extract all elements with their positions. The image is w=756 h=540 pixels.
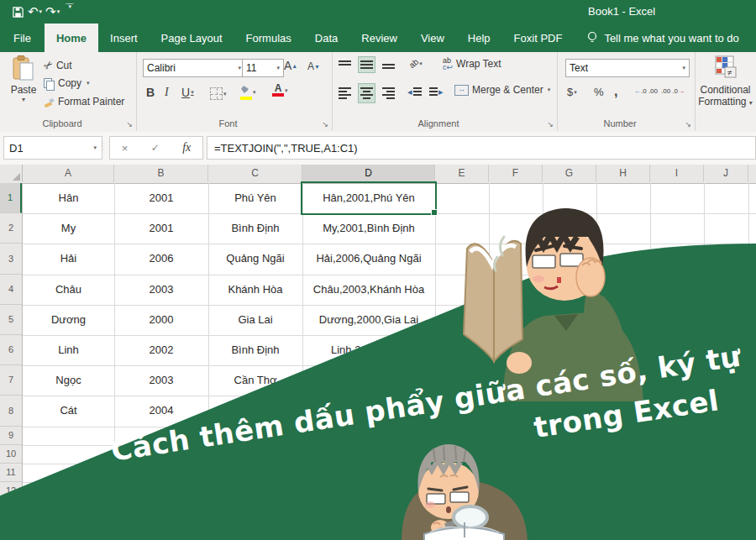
font-dialog-launcher[interactable]: ↘ [322,120,328,128]
cell-c4[interactable]: Khánh Hòa [208,275,302,305]
tab-view[interactable]: View [409,24,456,52]
cell-b7[interactable]: 2003 [114,365,208,396]
tab-foxit-pdf[interactable]: Foxit PDF [502,24,575,52]
decrease-indent-button[interactable]: ◂ [407,86,422,97]
cell-a4[interactable]: Châu [23,275,114,305]
decrease-font-size-button[interactable]: A▼ [307,60,320,72]
row-header-6[interactable]: 6 [0,335,22,365]
cell-a8[interactable]: Cát [23,396,114,426]
middle-align-button[interactable] [359,57,375,72]
formula-bar-splitter[interactable]: ⋮ [97,140,108,152]
cell-a2[interactable]: My [23,213,114,244]
cell-a5[interactable]: Dương [23,305,114,335]
increase-indent-button[interactable]: ▸ [429,86,444,97]
cell-b2[interactable]: 2001 [114,213,208,244]
cut-button[interactable]: ✂ Cut [44,59,72,71]
number-dialog-launcher[interactable]: ↘ [685,120,691,128]
top-align-button[interactable] [339,59,351,67]
cell-d4[interactable]: Châu,2003,Khánh Hòa [302,275,435,305]
comma-style-button[interactable]: , [614,84,617,99]
tab-help[interactable]: Help [456,24,502,52]
borders-button[interactable]: ▾ [210,87,227,100]
copy-button[interactable]: Copy ▾ [44,77,90,89]
column-header-j[interactable]: J [704,165,748,182]
cell-a7[interactable]: Ngọc [23,365,114,396]
orientation-button[interactable]: ab ▾ [409,59,423,68]
bottom-align-button[interactable] [382,62,395,71]
font-size-combo[interactable]: 11▾ [242,59,284,77]
select-all-corner[interactable] [0,165,23,182]
cell-b4[interactable]: 2003 [114,275,208,305]
cell-d5[interactable]: Dương,2000,Gia Lai [302,305,435,335]
tab-insert[interactable]: Insert [98,24,150,52]
fill-handle[interactable] [431,209,438,216]
cell-a6[interactable]: Linh [23,335,114,365]
cancel-button[interactable]: × [122,142,129,155]
redo-button[interactable]: ↷▾ [45,2,60,22]
number-format-combo[interactable]: Text▾ [565,59,690,77]
save-icon[interactable] [12,2,24,22]
column-header-a[interactable]: A [23,165,114,182]
row-header-8[interactable]: 8 [0,396,22,427]
row-header-4[interactable]: 4 [0,275,22,305]
column-header-h[interactable]: H [596,165,650,182]
undo-button[interactable]: ↶▾ [28,2,42,22]
name-box-caret[interactable]: ▾ [93,144,97,151]
column-header-d[interactable]: D [302,165,435,183]
tab-page-layout[interactable]: Page Layout [150,24,234,52]
column-header-g[interactable]: G [543,165,596,182]
italic-button[interactable]: I [165,86,169,99]
row-header-1[interactable]: 1 [0,183,22,213]
increase-decimal-button[interactable]: ←.0 .00 [634,87,658,95]
cell-a1[interactable]: Hân [23,183,114,213]
paste-button[interactable]: Paste ▾ [7,55,40,103]
tell-me-box[interactable]: Tell me what you want to do [574,24,738,52]
alignment-dialog-launcher[interactable]: ↘ [547,120,554,128]
column-header-c[interactable]: C [208,165,302,182]
cell-d3[interactable]: Hải,2006,Quảng Ngãi [302,244,435,274]
cell-c7[interactable]: Cần Thơ [208,365,302,396]
cell-b3[interactable]: 2006 [114,244,208,274]
cell-c2[interactable]: Bình Định [208,213,302,244]
tab-review[interactable]: Review [349,24,409,52]
formula-input[interactable]: =TEXTJOIN(",",TRUE,A1:C1) [207,136,756,160]
cell-d6[interactable]: Linh,20 [302,335,464,365]
insert-function-button[interactable]: fx [182,141,191,155]
cell-b5[interactable]: 2000 [114,305,208,335]
clipboard-dialog-launcher[interactable]: ↘ [126,120,133,128]
cell-b6[interactable]: 2002 [114,335,208,365]
tab-formulas[interactable]: Formulas [234,24,303,52]
row-header-5[interactable]: 5 [0,305,22,335]
underline-button[interactable]: U▾ [181,86,194,99]
percent-style-button[interactable]: % [594,86,604,98]
row-header-9[interactable]: 9 [0,427,22,445]
column-header-b[interactable]: B [114,165,208,182]
cell-b1[interactable]: 2001 [114,183,208,213]
format-painter-button[interactable]: Format Painter [44,96,124,107]
fill-color-button[interactable]: ▾ [240,84,256,100]
cell-c5[interactable]: Gia Lai [208,305,302,335]
column-header-i[interactable]: I [650,165,704,182]
row-header-2[interactable]: 2 [0,213,22,244]
center-button[interactable] [359,84,375,102]
align-right-button[interactable] [382,86,395,101]
tab-home[interactable]: Home [45,24,98,52]
increase-font-size-button[interactable]: A▲ [284,59,297,72]
customize-qat-icon[interactable]: —▾ [66,2,73,22]
accounting-format-button[interactable]: $▾ [567,86,577,98]
cell-c3[interactable]: Quảng Ngãi [208,244,302,274]
merge-center-button[interactable]: ↔ Merge & Center ▾ [454,84,550,96]
row-header-12[interactable]: 12 [0,482,22,501]
column-header-e[interactable]: E [435,165,489,182]
align-left-button[interactable] [339,86,351,101]
row-header-10[interactable]: 10 [0,445,22,464]
tab-data[interactable]: Data [303,24,349,52]
enter-button[interactable]: ✓ [151,142,160,154]
wrap-text-button[interactable]: abc↩ Wrap Text [443,57,501,71]
row-header-3[interactable]: 3 [0,244,22,275]
decrease-decimal-button[interactable]: .00 .0→ [661,87,685,95]
tab-file[interactable]: File [0,24,45,52]
cell-c1[interactable]: Phú Yên [208,183,302,213]
cell-b8[interactable]: 2004 [114,396,208,426]
worksheet-grid[interactable]: A B C D E F G H I J 1 2 3 4 5 6 7 8 9 10… [0,165,756,540]
